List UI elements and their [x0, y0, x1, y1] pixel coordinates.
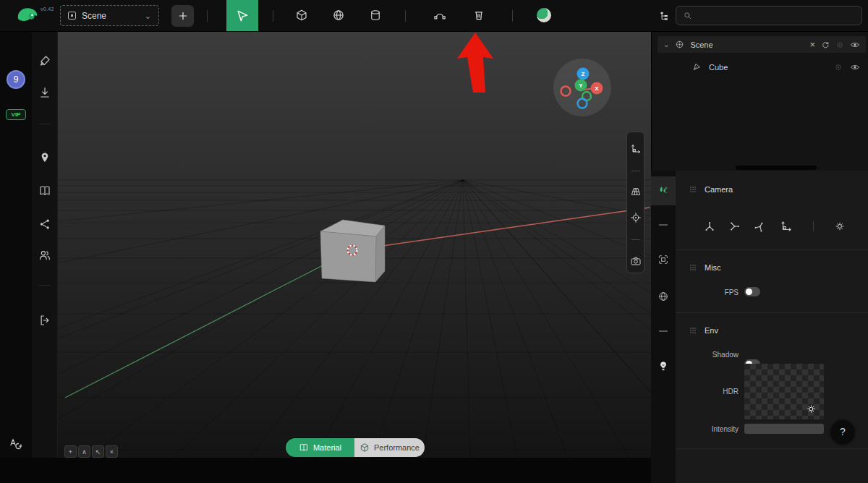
panel-resize-handle[interactable] [736, 166, 817, 170]
language-icon [8, 436, 23, 451]
pivot-a-icon[interactable] [703, 220, 716, 233]
material-icon [299, 443, 309, 453]
units-button[interactable] [630, 143, 642, 155]
user-avatar[interactable]: 9 [7, 70, 25, 89]
pivot-c-icon[interactable] [754, 220, 767, 233]
navigation-gizmo[interactable]: Z Y X [553, 59, 611, 116]
app-root: v0.42 Scene ⌄ 9 VIP [0, 0, 868, 483]
logout-icon [38, 314, 51, 327]
cylinder-tool-button[interactable] [365, 5, 386, 25]
community-button[interactable] [38, 249, 51, 262]
svg-text:Y: Y [579, 82, 583, 89]
scene-selector-label: Scene [82, 11, 106, 21]
isolate-icon[interactable] [834, 63, 843, 72]
corner-close-button[interactable]: × [106, 445, 118, 458]
sphere-icon [332, 9, 345, 22]
version-label: v0.42 [41, 7, 54, 12]
lightbulb-icon[interactable] [658, 360, 669, 372]
delete-tool-button[interactable] [469, 5, 489, 25]
gizmo-neg-z[interactable] [578, 99, 587, 108]
gizmo-axis-y[interactable]: Y [575, 80, 587, 92]
corner-cursor-button[interactable]: ↖ [92, 445, 104, 458]
gizmo-axis-x[interactable]: X [591, 82, 603, 95]
material-mode-label: Material [313, 443, 341, 452]
help-button[interactable]: ? [831, 420, 854, 443]
viewport-toolbar [626, 132, 644, 273]
users-icon [38, 249, 51, 262]
map-pin-icon [38, 151, 51, 164]
plant-icon[interactable] [658, 185, 669, 197]
material-preview-sphere[interactable] [537, 8, 551, 22]
hierarchy-tree-button[interactable] [657, 9, 671, 23]
docs-button[interactable] [38, 184, 51, 197]
select-tool-button[interactable] [226, 0, 258, 31]
annotation-arrow [456, 32, 496, 94]
camera-section-title: Camera [705, 185, 733, 194]
performance-mode-button[interactable]: Performance [354, 438, 425, 457]
toolbar-divider [273, 10, 273, 22]
drag-handle-icon[interactable] [689, 185, 697, 194]
visibility-eye-icon[interactable] [850, 40, 860, 50]
axes-icon [630, 143, 642, 155]
toolbar-divider [631, 171, 640, 171]
hdr-settings-gear-icon[interactable] [806, 403, 817, 414]
hierarchy-row-cube[interactable]: Cube [658, 59, 866, 75]
exit-button[interactable] [38, 314, 51, 327]
scene-cube[interactable] [320, 220, 385, 282]
visibility-eye-icon[interactable] [850, 62, 860, 72]
search-input[interactable] [697, 10, 855, 22]
hierarchy-scene-label: Scene [690, 40, 712, 49]
scene-selector[interactable]: Scene ⌄ [60, 5, 159, 26]
badge-tool-button[interactable] [38, 54, 51, 67]
drag-handle-icon[interactable] [689, 263, 697, 272]
drag-handle-icon[interactable] [689, 326, 697, 335]
toolbar-divider [512, 10, 513, 22]
corner-collapse-button[interactable]: ∧ [78, 445, 90, 458]
cube-tool-button[interactable] [292, 5, 312, 25]
language-button[interactable] [8, 436, 23, 451]
hierarchy-row-scene[interactable]: ⌄ Scene × [658, 36, 866, 53]
tree-icon [659, 11, 670, 22]
globe-icon[interactable] [658, 291, 669, 302]
rail-divider [39, 124, 51, 124]
intensity-label: Intensity [676, 425, 739, 433]
search-bar [676, 6, 862, 25]
material-mode-button[interactable]: Material [286, 438, 354, 457]
camera-icon [630, 255, 642, 267]
section-divider [813, 221, 814, 231]
pivot-b-icon[interactable] [728, 220, 741, 233]
camera-settings-gear-icon[interactable] [834, 221, 846, 232]
grid-icon [630, 186, 642, 197]
add-entity-button[interactable] [171, 5, 194, 27]
expand-chevron-icon[interactable]: ⌄ [663, 40, 669, 48]
corner-add-button[interactable]: + [64, 445, 77, 458]
grid-toggle-button[interactable] [630, 186, 642, 197]
intensity-slider[interactable] [744, 424, 824, 434]
isolate-icon[interactable] [835, 40, 844, 49]
share-icon [38, 218, 51, 231]
plus-icon [177, 10, 189, 22]
svg-text:X: X [595, 85, 599, 92]
location-button[interactable] [38, 151, 51, 164]
gizmo-axis-z[interactable]: Z [577, 68, 590, 80]
download-button[interactable] [38, 86, 51, 99]
scale-axes-icon[interactable] [780, 220, 793, 233]
book-icon [38, 184, 51, 197]
fps-toggle[interactable] [744, 287, 760, 296]
section-divider [676, 249, 868, 250]
inspector-panel: Camera Misc FPS Env Shadow HDR Intensity… [676, 171, 868, 483]
close-icon[interactable]: × [809, 39, 815, 50]
gizmo-neg-x[interactable] [561, 87, 571, 96]
focus-button[interactable] [630, 212, 642, 223]
screenshot-button[interactable] [630, 255, 642, 267]
cylinder-icon [369, 9, 382, 22]
share-button[interactable] [38, 218, 51, 231]
app-logo[interactable] [16, 5, 39, 30]
frame-icon[interactable] [658, 254, 669, 265]
chevron-down-icon: ⌄ [145, 12, 151, 20]
curve-tool-button[interactable] [430, 5, 450, 25]
refresh-icon[interactable] [821, 40, 830, 49]
fps-label: FPS [676, 288, 739, 296]
vip-badge[interactable]: VIP [6, 109, 26, 120]
sphere-tool-button[interactable] [328, 5, 349, 25]
